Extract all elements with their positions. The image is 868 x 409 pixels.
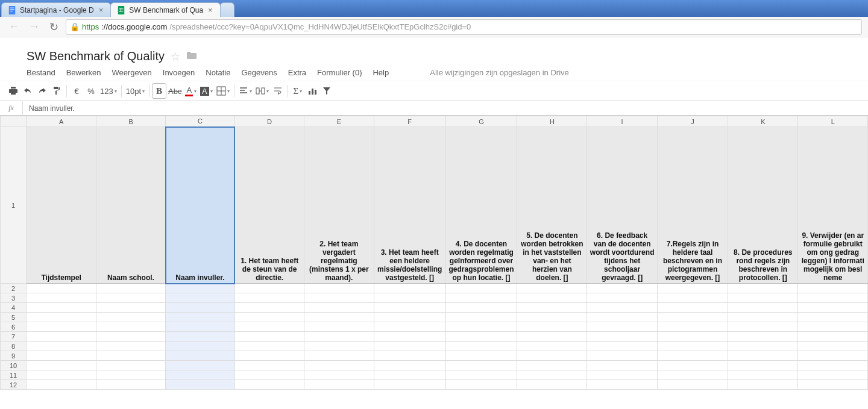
cell-B5[interactable] (96, 313, 166, 322)
cell-L11[interactable] (798, 370, 868, 380)
cell-B12[interactable] (96, 380, 166, 390)
cell-L6[interactable] (798, 322, 868, 332)
cell-J3[interactable] (657, 293, 728, 303)
cell-G6[interactable] (445, 322, 517, 332)
cell-C3[interactable] (166, 293, 235, 303)
cell-B7[interactable] (96, 332, 166, 342)
cell-E8[interactable] (304, 342, 374, 351)
cell-E7[interactable] (304, 332, 374, 342)
cell-I7[interactable] (587, 332, 657, 342)
col-header-G[interactable]: G (445, 116, 517, 127)
row-header-10[interactable]: 10 (1, 361, 27, 370)
reload-button[interactable]: ↻ (47, 20, 61, 34)
cell-A12[interactable] (27, 380, 96, 390)
cell-F3[interactable] (374, 293, 445, 303)
cell-G10[interactable] (445, 361, 517, 370)
cell-B6[interactable] (96, 322, 166, 332)
close-icon[interactable]: × (98, 6, 105, 14)
cell-J6[interactable] (657, 322, 728, 332)
cell-A8[interactable] (27, 342, 96, 351)
percent-button[interactable]: % (84, 83, 98, 99)
cell-I11[interactable] (587, 370, 657, 380)
cell-L10[interactable] (798, 361, 868, 370)
cell-L2[interactable] (798, 284, 868, 293)
cell-B4[interactable] (96, 303, 166, 313)
cell-C2[interactable] (166, 284, 235, 293)
cell-I6[interactable] (587, 322, 657, 332)
cell-C8[interactable] (166, 342, 235, 351)
cell-K4[interactable] (728, 303, 798, 313)
cell-A11[interactable] (27, 370, 96, 380)
menu-view[interactable]: Weergeven (112, 68, 152, 77)
back-button[interactable]: ← (6, 20, 22, 33)
cell-H1[interactable]: 5. De docenten worden betrokken in het v… (517, 127, 587, 284)
menu-help[interactable]: Help (373, 68, 389, 77)
cell-G8[interactable] (445, 342, 517, 351)
row-header-3[interactable]: 3 (1, 293, 27, 303)
borders-icon[interactable]: ▾ (215, 83, 231, 99)
new-tab-button[interactable] (220, 2, 234, 17)
fillcolor-button[interactable]: A▾ (198, 83, 215, 99)
col-header-F[interactable]: F (374, 116, 445, 127)
menu-extra[interactable]: Extra (288, 68, 306, 77)
cell-F6[interactable] (374, 322, 445, 332)
cell-F12[interactable] (374, 380, 445, 390)
cell-J7[interactable] (657, 332, 728, 342)
col-header-L[interactable]: L (798, 116, 868, 127)
row-header-2[interactable]: 2 (1, 284, 27, 293)
cell-C4[interactable] (166, 303, 235, 313)
cell-F9[interactable] (374, 351, 445, 361)
cell-F11[interactable] (374, 370, 445, 380)
print-icon[interactable] (6, 83, 20, 99)
cell-I9[interactable] (587, 351, 657, 361)
cell-I10[interactable] (587, 361, 657, 370)
row-header-7[interactable]: 7 (1, 332, 27, 342)
align-icon[interactable]: ▾ (237, 83, 254, 99)
cell-D11[interactable] (234, 370, 304, 380)
cell-K3[interactable] (728, 293, 798, 303)
cell-K11[interactable] (728, 370, 798, 380)
cell-H3[interactable] (517, 293, 587, 303)
col-header-K[interactable]: K (728, 116, 798, 127)
paintformat-icon[interactable] (49, 83, 64, 99)
cell-G7[interactable] (445, 332, 517, 342)
cell-I8[interactable] (587, 342, 657, 351)
cell-K12[interactable] (728, 380, 798, 390)
cell-L12[interactable] (798, 380, 868, 390)
filter-icon[interactable] (319, 83, 334, 99)
cell-C9[interactable] (166, 351, 235, 361)
cell-H7[interactable] (517, 332, 587, 342)
cell-D12[interactable] (234, 380, 304, 390)
row-header-4[interactable]: 4 (1, 303, 27, 313)
cell-J10[interactable] (657, 361, 728, 370)
cell-B11[interactable] (96, 370, 166, 380)
browser-tab-1[interactable]: SW Benchmark of Qua × (110, 2, 220, 17)
cell-J5[interactable] (657, 313, 728, 322)
cell-H2[interactable] (517, 284, 587, 293)
cell-A10[interactable] (27, 361, 96, 370)
cell-K8[interactable] (728, 342, 798, 351)
cell-H12[interactable] (517, 380, 587, 390)
menu-data[interactable]: Gegevens (241, 68, 277, 77)
close-icon[interactable]: × (207, 6, 214, 14)
cell-A3[interactable] (27, 293, 96, 303)
cell-H5[interactable] (517, 313, 587, 322)
cell-K5[interactable] (728, 313, 798, 322)
cell-A4[interactable] (27, 303, 96, 313)
cell-J9[interactable] (657, 351, 728, 361)
cell-I4[interactable] (587, 303, 657, 313)
cell-B1[interactable]: Naam school. (96, 127, 166, 284)
spreadsheet-grid[interactable]: ABCDEFGHIJKL1TijdstempelNaam school.Naam… (0, 116, 868, 390)
cell-C7[interactable] (166, 332, 235, 342)
strike-button[interactable]: Abc (166, 83, 183, 99)
row-header-8[interactable]: 8 (1, 342, 27, 351)
cell-L5[interactable] (798, 313, 868, 322)
cell-F10[interactable] (374, 361, 445, 370)
menu-file[interactable]: Bestand (27, 68, 55, 77)
row-header-6[interactable]: 6 (1, 322, 27, 332)
cell-E10[interactable] (304, 361, 374, 370)
cell-B10[interactable] (96, 361, 166, 370)
col-header-H[interactable]: H (517, 116, 587, 127)
cell-D1[interactable]: 1. Het team heeft de steun van de direct… (234, 127, 304, 284)
sheet-area[interactable]: ABCDEFGHIJKL1TijdstempelNaam school.Naam… (0, 116, 868, 390)
